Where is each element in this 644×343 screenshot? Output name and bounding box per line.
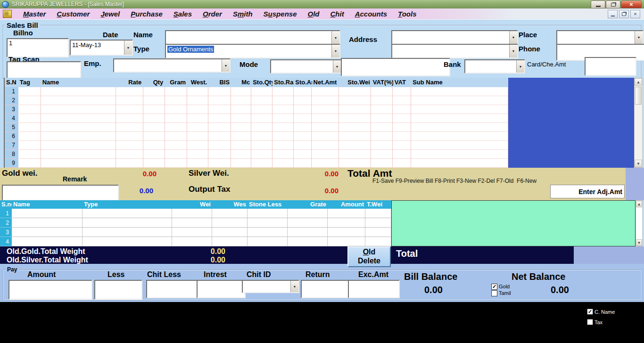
items-grid-cell[interactable] (411, 159, 508, 168)
old-grid-cell[interactable] (248, 228, 288, 237)
old-grid-cell[interactable] (172, 237, 212, 246)
items-grid-cell[interactable] (116, 132, 143, 141)
mdi-minimize-button[interactable] (608, 10, 618, 18)
items-grid-cell[interactable] (251, 114, 272, 123)
items-grid-cell[interactable] (393, 96, 411, 105)
items-grid-cell[interactable] (187, 159, 208, 168)
old-grid-cell[interactable] (328, 209, 365, 218)
address-combo-2[interactable]: ▼ (391, 44, 518, 58)
items-grid-cell[interactable] (116, 114, 143, 123)
old-grid-cell[interactable] (248, 237, 288, 246)
items-grid-cell[interactable] (272, 123, 294, 132)
items-grid-cell[interactable] (231, 150, 251, 159)
items-grid-cell[interactable] (18, 114, 41, 123)
menu-item-customer[interactable]: Customer (57, 10, 90, 18)
items-grid-cell[interactable] (165, 159, 188, 168)
old-grid-cell[interactable] (328, 218, 365, 228)
old-grid-cell[interactable] (12, 237, 83, 246)
old-grid-cell[interactable] (172, 228, 212, 237)
items-grid-cell[interactable] (393, 87, 411, 96)
scrollbar-thumb[interactable] (635, 87, 642, 105)
items-grid-cell[interactable] (312, 87, 339, 96)
items-grid-cell[interactable] (411, 114, 508, 123)
old-grid-cell[interactable] (212, 209, 248, 218)
items-grid-cell[interactable] (393, 141, 411, 150)
items-grid-cell[interactable] (231, 87, 251, 96)
items-grid-scrollbar[interactable]: ▲ ▼ (634, 78, 643, 168)
items-grid-cell[interactable] (165, 123, 188, 132)
items-grid-cell[interactable] (272, 150, 294, 159)
tamil-checkbox[interactable] (491, 290, 497, 296)
menu-item-accounts[interactable]: Accounts (355, 10, 387, 18)
items-grid-cell[interactable] (251, 123, 272, 132)
mode-detail-input[interactable] (341, 58, 450, 76)
items-grid-cell[interactable] (116, 150, 143, 159)
old-grid-cell[interactable] (212, 228, 248, 237)
items-grid-cell[interactable] (339, 150, 372, 159)
items-grid-cell[interactable] (312, 132, 339, 141)
old-grid-cell[interactable] (288, 228, 328, 237)
items-grid-cell[interactable] (18, 159, 41, 168)
items-grid-cell[interactable] (272, 96, 294, 105)
items-grid-cell[interactable] (411, 123, 508, 132)
items-grid-cell[interactable] (208, 105, 231, 114)
items-grid-cell[interactable] (312, 114, 339, 123)
emp-combo[interactable]: ▼ (113, 58, 231, 73)
restore-button[interactable] (606, 0, 620, 8)
old-grid-cell[interactable] (328, 237, 365, 246)
items-grid-cell[interactable] (116, 123, 143, 132)
old-grid-cell[interactable] (365, 218, 391, 228)
items-grid-cell[interactable] (312, 96, 339, 105)
scroll-down-icon[interactable]: ▼ (636, 239, 642, 246)
items-grid-cell[interactable] (116, 159, 143, 168)
items-grid-cell[interactable] (251, 141, 272, 150)
items-grid-cell[interactable] (411, 96, 508, 105)
menu-item-suspense[interactable]: Suspense (264, 10, 297, 18)
old-grid-cell[interactable] (288, 209, 328, 218)
mdi-restore-button[interactable] (619, 10, 629, 18)
items-grid-cell[interactable] (294, 114, 312, 123)
old-grid-cell[interactable] (83, 237, 172, 246)
items-grid-cell[interactable] (411, 105, 508, 114)
chevron-down-icon[interactable]: ▼ (333, 60, 341, 73)
items-grid-cell[interactable] (18, 123, 41, 132)
items-grid-cell[interactable] (411, 132, 508, 141)
items-grid-cell[interactable] (208, 132, 231, 141)
items-grid-cell[interactable] (165, 87, 188, 96)
items-grid-cell[interactable] (339, 87, 372, 96)
old-grid-cell[interactable] (288, 237, 328, 246)
old-grid-cell[interactable] (212, 237, 248, 246)
return-input[interactable] (301, 280, 352, 298)
chevron-down-icon[interactable]: ▼ (516, 60, 524, 73)
scroll-up-icon[interactable]: ▲ (636, 201, 642, 207)
items-grid-cell[interactable] (294, 132, 312, 141)
items-grid-cell[interactable] (231, 114, 251, 123)
items-grid-cell[interactable] (272, 114, 294, 123)
items-grid-cell[interactable] (187, 132, 208, 141)
items-grid-cell[interactable] (187, 114, 208, 123)
items-grid-cell[interactable] (208, 123, 231, 132)
items-grid-cell[interactable] (165, 105, 188, 114)
billno-input[interactable]: 1 (7, 38, 69, 57)
items-grid-cell[interactable] (41, 87, 116, 96)
items-grid-cell[interactable] (371, 123, 393, 132)
exc-amt-input[interactable] (348, 280, 400, 298)
menu-item-jewel[interactable]: Jewel (100, 10, 120, 18)
items-grid-cell[interactable] (143, 114, 165, 123)
items-grid-cell[interactable] (371, 132, 393, 141)
items-grid-cell[interactable] (312, 141, 339, 150)
old-grid-cell[interactable] (248, 218, 288, 228)
items-grid-cell[interactable] (143, 123, 165, 132)
items-grid-cell[interactable] (251, 96, 272, 105)
items-grid-cell[interactable] (208, 96, 231, 105)
old-grid-cell[interactable] (365, 237, 391, 246)
chevron-down-icon[interactable]: ▼ (222, 59, 230, 72)
items-grid-cell[interactable] (371, 150, 393, 159)
items-grid-cell[interactable] (187, 123, 208, 132)
items-grid-cell[interactable] (371, 96, 393, 105)
items-grid-cell[interactable] (116, 141, 143, 150)
items-grid-cell[interactable] (231, 123, 251, 132)
items-grid-cell[interactable] (251, 132, 272, 141)
items-grid-cell[interactable] (294, 96, 312, 105)
items-grid-cell[interactable] (411, 150, 508, 159)
